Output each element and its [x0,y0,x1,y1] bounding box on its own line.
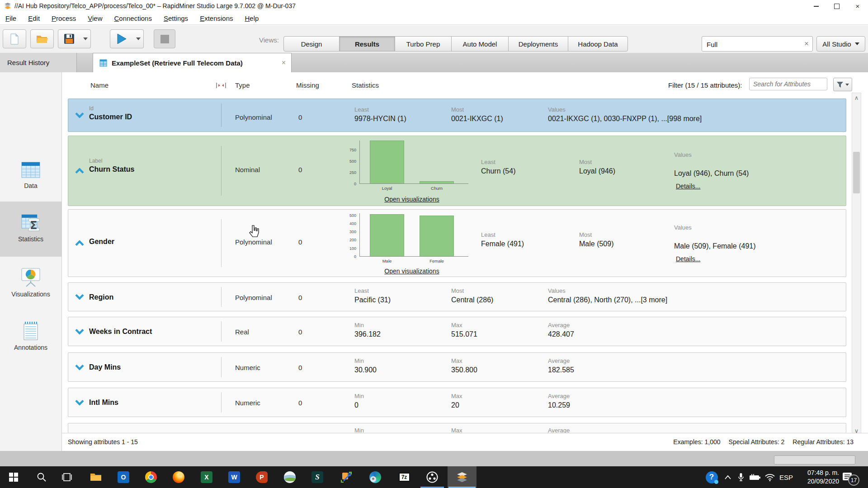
save-dropdown-button[interactable] [80,29,91,48]
attribute-row-customer-id[interactable]: Id Customer ID Polynominal 0 Least 9978-… [68,99,846,132]
tab-close-icon[interactable]: × [282,59,286,67]
y-tick-label: 500 [349,159,356,164]
chevron-up-icon[interactable] [75,240,85,246]
column-header-name[interactable]: Name [90,81,108,89]
tab-exampleset[interactable]: ExampleSet (Retrieve Full Telecom Data) … [93,53,292,72]
stat-value: 20 [451,401,459,409]
bar-category-label: Female [409,258,464,263]
attribute-row-day-mins[interactable]: Day Mins Numeric 0 Min 30.900 Max 350.80… [68,352,846,382]
tray-help-icon[interactable]: ? [703,466,720,488]
taskbar-dev-tools[interactable] [335,466,357,488]
filter-button[interactable] [833,78,852,91]
save-process-button[interactable] [58,29,80,48]
sidebar-item-data[interactable]: Data [0,161,61,189]
taskbar-search-button[interactable] [31,466,52,488]
view-deployments[interactable]: Deployments [508,36,568,52]
tray-wifi-icon[interactable] [763,466,777,488]
tray-clock[interactable]: 07:48 p. m. 20/09/2020 [796,469,839,486]
tab-result-history[interactable]: Result History [0,53,77,72]
tray-hidden-icons-chevron[interactable] [722,466,734,488]
view-turbo-prep[interactable]: Turbo Prep [395,36,452,52]
taskbar-obs-studio[interactable] [421,466,443,488]
stat-label: Max [451,427,462,433]
column-header-type[interactable]: Type [235,81,250,89]
chevron-down-icon[interactable] [75,294,85,300]
menu-help[interactable]: Help [245,14,259,22]
view-auto-model[interactable]: Auto Model [451,36,509,52]
taskbar-7zip[interactable]: 7z [393,466,415,488]
view-hadoop-data[interactable]: Hadoop Data [568,36,628,52]
menu-view[interactable]: View [88,14,102,22]
menu-extensions[interactable]: Extensions [200,14,233,22]
details-link[interactable]: Details... [676,255,700,263]
stat-label: Min [354,427,364,433]
chevron-down-icon[interactable] [75,399,85,405]
tray-language-indicator[interactable]: ESP [777,466,796,488]
start-button[interactable] [3,466,24,488]
taskbar-powerpoint[interactable]: P [251,466,273,488]
attribute-row-partial[interactable]: Min Max Average [68,423,846,433]
taskbar-firefox[interactable] [168,466,189,488]
new-process-button[interactable] [3,29,26,48]
taskbar-excel[interactable]: X [196,466,217,488]
taskbar-rapidminer[interactable] [448,466,476,488]
stat-value: Male (509), Female (491) [674,242,756,250]
column-header-missing[interactable]: Missing [296,81,319,89]
minimize-button[interactable] [806,0,826,12]
task-view-button[interactable] [56,466,78,488]
attribute-row-gender[interactable]: Gender Polynominal 0 0100200300400500 Ma… [68,209,846,277]
menu-edit[interactable]: Edit [28,14,40,22]
menu-file[interactable]: File [5,14,16,22]
taskbar-chrome[interactable] [140,466,162,488]
attribute-row-weeks-in-contract[interactable]: Weeks in Contract Real 0 Min 396.182 Max… [68,317,846,346]
sidebar-item-statistics[interactable]: Σ Statistics [0,213,61,243]
details-link[interactable]: Details... [676,182,700,190]
menu-connections[interactable]: Connections [114,14,152,22]
attribute-search-input[interactable] [749,78,827,90]
run-dropdown-button[interactable] [133,29,144,48]
taskbar-edge[interactable] [364,466,386,488]
maximize-button[interactable] [826,0,847,12]
taskbar-s-app[interactable]: S [307,466,328,488]
global-search-input[interactable] [706,38,798,50]
open-visualizations-link[interactable]: Open visualizations [344,195,480,203]
attribute-name: Churn Status [89,165,134,174]
view-results[interactable]: Results [339,36,395,52]
studio-scope-dropdown[interactable]: All Studio [816,36,865,52]
attribute-row-churn-status[interactable]: Label Churn Status Nominal 0 0250500750 … [68,136,846,206]
menu-settings[interactable]: Settings [164,14,188,22]
close-button[interactable]: × [847,0,868,12]
stop-button[interactable] [154,29,175,48]
tray-battery-icon[interactable] [747,466,763,488]
attribute-row-intl-mins[interactable]: Intl Mins Numeric 0 Min 0 Max 20 Average… [68,388,846,417]
taskbar-file-explorer[interactable] [85,466,107,488]
visualizations-chart-icon [20,267,42,287]
chart-plot: MaleFemale [359,213,468,257]
taskbar-outlook[interactable]: O [113,466,134,488]
taskbar-globalprotect[interactable] [279,466,301,488]
y-tick-label: 300 [349,230,356,234]
column-header-statistics[interactable]: Statistics [352,81,379,89]
sidebar-item-annotations[interactable]: Annotations [0,321,61,351]
stat-label: Max [451,322,462,328]
tray-microphone-icon[interactable] [735,466,747,488]
run-button[interactable] [110,29,133,48]
view-design[interactable]: Design [283,36,340,52]
y-tick-label: 0 [354,182,356,186]
chevron-up-icon[interactable] [75,168,85,174]
exampleset-table-icon [99,59,107,67]
open-visualizations-link[interactable]: Open visualizations [344,267,480,275]
column-resize-icon[interactable] [216,82,226,89]
attribute-row-region[interactable]: Region Polynominal 0 Least Pacific (31) … [68,282,846,311]
open-process-button[interactable] [30,29,54,48]
sidebar-item-visualizations[interactable]: Visualizations [0,267,61,298]
menu-process[interactable]: Process [52,14,76,22]
scroll-up-icon[interactable]: ∧ [852,94,861,101]
chevron-down-icon[interactable] [75,328,85,334]
vertical-scrollbar[interactable]: ∧ ∨ [852,93,861,436]
scrollbar-thumb[interactable] [853,152,860,193]
chevron-down-icon[interactable] [75,364,85,370]
clear-search-icon[interactable]: × [804,39,809,48]
chevron-down-icon[interactable] [75,113,85,118]
taskbar-word[interactable]: W [223,466,245,488]
